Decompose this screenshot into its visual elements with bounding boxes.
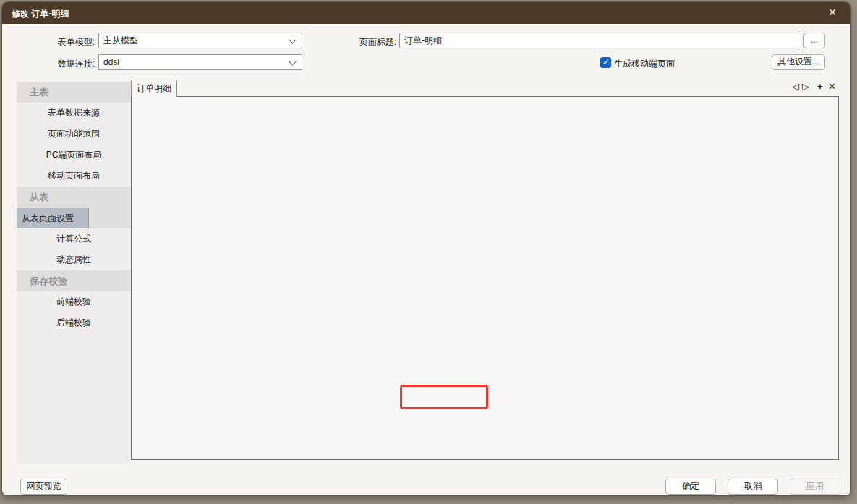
sidebar-item-2[interactable]: 页面功能范围: [17, 124, 131, 145]
form-model-select[interactable]: 主从模型: [98, 33, 302, 48]
chevron-down-icon: [289, 59, 297, 66]
sidebar-item-5: 从表: [17, 187, 131, 208]
sidebar-item-10: 保存校验: [17, 270, 131, 291]
page-title-label: 页面标题:: [348, 36, 396, 48]
dialog-window: 修改 订单-明细 × 表单模型: 主从模型 页面标题: 订单-明细 ... 数据…: [1, 1, 851, 496]
window-title: 修改 订单-明细: [12, 8, 69, 20]
sidebar-item-4[interactable]: 移动页面布局: [17, 166, 131, 187]
screen: 修改 订单-明细 × 表单模型: 主从模型 页面标题: 订单-明细 ... 数据…: [0, 0, 857, 504]
form-model-value: 主从模型: [103, 35, 138, 46]
title-bar: 修改 订单-明细 ×: [2, 2, 850, 24]
apply-button[interactable]: 应用: [790, 479, 840, 495]
page-title-value: 订单-明细: [404, 35, 442, 46]
data-connection-value: ddsl: [103, 57, 119, 67]
page-title-more-button[interactable]: ...: [803, 33, 825, 48]
sidebar: 主表表单数据来源页面功能范围PC端页面布局移动页面布局从表从表页面设置动态计算计…: [17, 82, 131, 464]
sidebar-item-3[interactable]: PC端页面布局: [17, 145, 131, 166]
sidebar-item-6[interactable]: 从表页面设置: [17, 208, 89, 228]
ok-button[interactable]: 确定: [665, 479, 716, 495]
cancel-button[interactable]: 取消: [728, 479, 778, 495]
tab-scroll-right-icon[interactable]: ▷: [802, 81, 809, 93]
generate-mobile-checkbox[interactable]: [600, 57, 611, 68]
sidebar-item-9[interactable]: 动态属性: [17, 249, 131, 270]
chevron-down-icon: [289, 37, 297, 44]
sidebar-item-12[interactable]: 后端校验: [17, 312, 131, 333]
generate-mobile-label: 生成移动端页面: [614, 58, 675, 69]
page-title-input[interactable]: 订单-明细: [399, 33, 801, 48]
sidebar-item-0: 主表: [17, 82, 131, 103]
data-connection-select[interactable]: ddsl: [98, 54, 302, 70]
close-window-icon[interactable]: ×: [824, 4, 841, 22]
tab-order-detail[interactable]: 订单明细: [131, 80, 177, 97]
tab-close-icon[interactable]: ✕: [828, 81, 836, 93]
main-panel: [131, 96, 839, 460]
sidebar-item-8[interactable]: 计算公式: [17, 228, 131, 249]
sidebar-item-1[interactable]: 表单数据来源: [17, 103, 131, 124]
form-model-label: 表单模型:: [30, 36, 95, 48]
tab-scroll-left-icon[interactable]: ◁: [792, 81, 799, 93]
web-preview-button[interactable]: 网页预览: [20, 479, 67, 495]
other-settings-top-button[interactable]: 其他设置...: [772, 54, 825, 70]
tab-add-icon[interactable]: +: [817, 81, 823, 93]
data-connection-label: 数据连接:: [30, 58, 95, 69]
sidebar-item-11[interactable]: 前端校验: [17, 291, 131, 312]
